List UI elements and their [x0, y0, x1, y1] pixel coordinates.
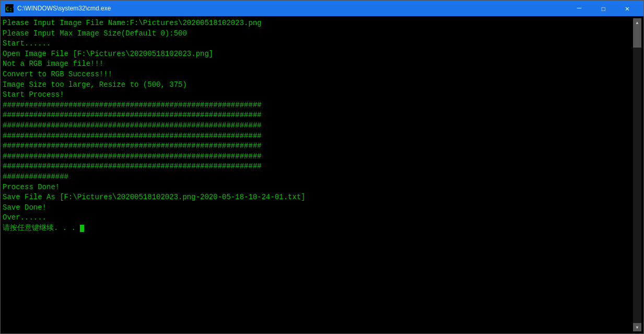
titlebar-controls: ─ ☐ ✕: [567, 1, 639, 16]
cursor: [80, 225, 84, 232]
scrollbar-thumb[interactable]: [633, 27, 641, 48]
cmd-icon: C:\: [5, 4, 14, 13]
terminal-content[interactable]: Please Input Image File Name:F:\Pictures…: [3, 18, 633, 331]
titlebar: C:\ C:\WINDOWS\system32\cmd.exe ─ ☐ ✕: [1, 1, 643, 16]
close-button[interactable]: ✕: [615, 1, 639, 16]
scroll-up-arrow[interactable]: ▲: [633, 18, 641, 27]
svg-text:C:\: C:\: [6, 6, 14, 13]
maximize-button[interactable]: ☐: [591, 1, 615, 16]
terminal-output: Please Input Image File Name:F:\Pictures…: [3, 18, 633, 233]
minimize-button[interactable]: ─: [567, 1, 591, 16]
titlebar-title: C:\WINDOWS\system32\cmd.exe: [17, 5, 567, 12]
scrollbar-track[interactable]: [633, 27, 641, 323]
terminal-body: Please Input Image File Name:F:\Pictures…: [1, 16, 643, 333]
cmd-window: C:\ C:\WINDOWS\system32\cmd.exe ─ ☐ ✕ Pl…: [0, 0, 644, 334]
scroll-down-arrow[interactable]: ▼: [633, 323, 641, 331]
scrollbar[interactable]: ▲ ▼: [633, 18, 641, 331]
